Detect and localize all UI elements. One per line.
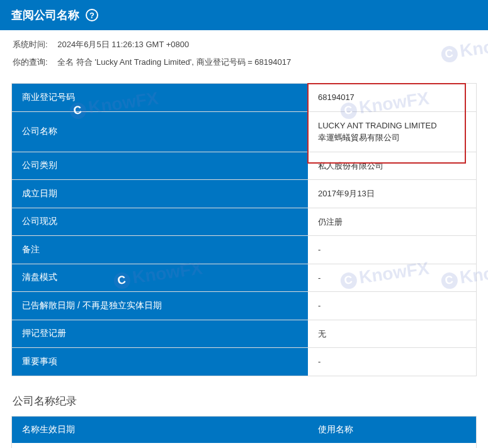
page-header: 查阅公司名称 ? (0, 0, 488, 30)
detail-label: 押记登记册 (12, 320, 308, 348)
detail-label: 已告解散日期 / 不再是独立实体日期 (12, 292, 308, 320)
detail-row-incorporation-date: 成立日期 2017年9月13日 (12, 180, 476, 208)
detail-row-remarks: 备注 - (12, 236, 476, 264)
detail-row-company-status: 公司现况 仍注册 (12, 208, 476, 237)
query-row: 你的查询: 全名 符合 'Lucky Ant Trading Limited',… (13, 57, 475, 68)
query-label: 你的查询: (13, 57, 48, 68)
query-value: 全名 符合 'Lucky Ant Trading Limited', 商业登记号… (57, 57, 291, 68)
history-header-name: 使用名称 (308, 417, 476, 443)
name-history-title: 公司名称纪录 (0, 381, 488, 416)
detail-label: 清盘模式 (12, 264, 308, 292)
name-history-table: 名称生效日期 使用名称 2017年9月13日 LUCKY ANT TRADING… (11, 416, 477, 448)
detail-value: LUCKY ANT TRADING LIMITED幸運螞蟻貿易有限公司 (308, 112, 476, 152)
history-name: LUCKY ANT TRADING LIMITED幸運螞蟻貿易有限公司 (308, 443, 476, 448)
detail-label: 成立日期 (12, 180, 308, 208)
history-header-date: 名称生效日期 (12, 417, 308, 443)
detail-row-reg-number: 商业登记号码 68194017 (12, 84, 476, 112)
detail-value: - (308, 348, 476, 376)
detail-label: 商业登记号码 (12, 84, 308, 111)
history-header-row: 名称生效日期 使用名称 (12, 417, 476, 443)
detail-label: 公司名称 (12, 112, 308, 152)
detail-row-important-matters: 重要事项 - (12, 348, 476, 376)
detail-value: 仍注册 (308, 208, 476, 236)
detail-row-winding-up: 清盘模式 - (12, 264, 476, 293)
system-time-value: 2024年6月5日 11:26:13 GMT +0800 (57, 39, 189, 50)
system-time-row: 系统时间: 2024年6月5日 11:26:13 GMT +0800 (13, 39, 475, 50)
detail-value: 68194017 (308, 84, 476, 111)
page-title: 查阅公司名称 (11, 8, 79, 23)
history-row: 2017年9月13日 LUCKY ANT TRADING LIMITED幸運螞蟻… (12, 443, 476, 448)
meta-section: 系统时间: 2024年6月5日 11:26:13 GMT +0800 你的查询:… (0, 30, 488, 78)
help-icon[interactable]: ? (86, 9, 98, 21)
detail-row-dissolution-date: 已告解散日期 / 不再是独立实体日期 - (12, 292, 476, 320)
company-details-table: 商业登记号码 68194017 公司名称 LUCKY ANT TRADING L… (11, 83, 477, 376)
detail-value: 无 (308, 320, 476, 348)
detail-value: 私人股份有限公司 (308, 152, 476, 180)
detail-value: - (308, 236, 476, 264)
detail-label: 公司类别 (12, 152, 308, 180)
detail-row-company-type: 公司类别 私人股份有限公司 (12, 152, 476, 181)
detail-value: 2017年9月13日 (308, 180, 476, 208)
detail-row-company-name: 公司名称 LUCKY ANT TRADING LIMITED幸運螞蟻貿易有限公司 (12, 112, 476, 152)
detail-label: 重要事项 (12, 348, 308, 376)
detail-label: 公司现况 (12, 208, 308, 236)
system-time-label: 系统时间: (13, 39, 48, 50)
detail-label: 备注 (12, 236, 308, 264)
detail-value: - (308, 292, 476, 320)
detail-value: - (308, 264, 476, 292)
history-date: 2017年9月13日 (12, 443, 308, 448)
detail-row-charges-register: 押记登记册 无 (12, 320, 476, 349)
